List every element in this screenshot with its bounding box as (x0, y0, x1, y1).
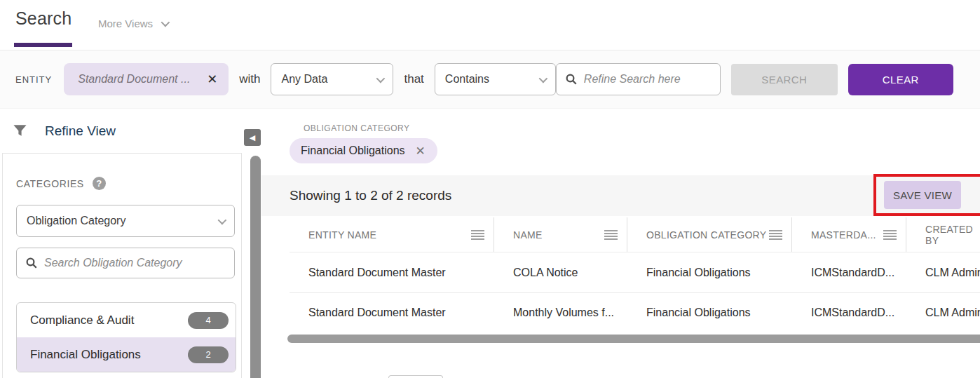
entity-filter-chip[interactable]: Standard Document ... ✕ (64, 63, 229, 95)
search-button[interactable]: SEARCH (731, 64, 838, 95)
table-horizontal-scrollbar[interactable] (287, 335, 980, 343)
results-table: ENTITY NAME NAME OBLIGATION CATEGORY MAS… (290, 217, 980, 332)
categories-label: CATEGORIES (16, 178, 84, 189)
category-count-badge: 4 (188, 312, 229, 329)
contains-value: Contains (445, 73, 489, 86)
column-header-entity-name: ENTITY NAME (290, 217, 494, 252)
chevron-left-icon: ◀ (250, 133, 255, 142)
annotation-highlight-box: SAVE VIEW (873, 174, 980, 216)
entity-chip-value: Standard Document ... (78, 73, 190, 86)
column-menu-icon[interactable] (604, 230, 618, 240)
category-type-value: Obligation Category (27, 215, 125, 227)
remove-entity-icon[interactable]: ✕ (207, 72, 217, 87)
category-count-badge: 2 (188, 346, 229, 363)
category-item-label: Financial Obligations (30, 348, 141, 362)
cell-entity-name: Standard Document Master (290, 266, 494, 279)
query-builder-bar: ENTITY Standard Document ... ✕ with Any … (0, 50, 980, 109)
with-label: with (239, 72, 260, 86)
category-list: Compliance & Audit 4 Financial Obligatio… (16, 302, 236, 372)
column-menu-icon[interactable] (769, 230, 782, 240)
chevron-down-icon (161, 18, 170, 27)
results-area: OBLIGATION CATEGORY Financial Obligation… (261, 109, 980, 378)
page-title: Search (15, 8, 72, 29)
cell-masterdata: ICMStandardD... (792, 266, 906, 279)
table-row[interactable]: Standard Document Master COLA Notice Fin… (290, 252, 980, 292)
column-header-label: CREATED BY (925, 224, 973, 246)
filter-icon (12, 123, 28, 139)
records-summary: Showing 1 to 2 of 2 records (290, 188, 451, 203)
contains-select[interactable]: Contains (435, 63, 556, 95)
cell-created-by: CLM Admin (906, 266, 980, 279)
category-search-field (16, 248, 235, 278)
cell-obligation-category: Financial Obligations (627, 266, 792, 279)
column-header-label: OBLIGATION CATEGORY (646, 229, 766, 241)
more-views-label: More Views (98, 18, 153, 29)
chevron-down-icon (218, 215, 227, 224)
column-header-label: ENTITY NAME (308, 229, 376, 241)
category-type-select[interactable]: Obligation Category (16, 205, 235, 237)
search-page: Search More Views ENTITY Standard Docume… (0, 0, 980, 378)
column-header-label: MASTERDA... (811, 229, 876, 241)
results-toolbar: Showing 1 to 2 of 2 records SAVE VIEW (261, 175, 980, 216)
cell-name: COLA Notice (494, 266, 627, 279)
column-header-label: NAME (513, 229, 543, 241)
column-header-obligation-category: OBLIGATION CATEGORY (627, 217, 792, 252)
cell-masterdata: ICMStandardD... (792, 306, 906, 319)
refine-view-sidebar: Refine View ◀ CATEGORIES ? Obligation Ca… (0, 109, 261, 378)
column-header-masterdata: MASTERDA... (792, 217, 906, 252)
any-data-select[interactable]: Any Data (271, 63, 393, 95)
refine-view-title: Refine View (45, 123, 116, 139)
search-icon (25, 257, 38, 269)
column-header-created-by: CREATED BY (906, 217, 980, 252)
more-views-dropdown[interactable]: More Views (98, 18, 168, 29)
page-header: Search More Views (0, 0, 980, 50)
cell-name: Monthly Volumes f... (494, 306, 627, 319)
that-label: that (404, 72, 423, 86)
clear-button[interactable]: CLEAR (848, 64, 953, 95)
active-tab-underline (14, 43, 72, 47)
collapse-sidebar-button[interactable]: ◀ (244, 129, 261, 146)
applied-filters-area: OBLIGATION CATEGORY Financial Obligation… (261, 109, 980, 175)
applied-filter-chip[interactable]: Financial Obligations ✕ (290, 138, 437, 163)
save-view-button[interactable]: SAVE VIEW (884, 181, 961, 209)
column-menu-icon[interactable] (471, 230, 484, 240)
category-item-financial-obligations[interactable]: Financial Obligations 2 (17, 337, 236, 372)
any-data-value: Any Data (281, 73, 327, 86)
chevron-down-icon (538, 74, 547, 83)
categories-panel: CATEGORIES ? Obligation Category Complia… (2, 153, 242, 378)
remove-filter-icon[interactable]: ✕ (416, 144, 426, 158)
search-icon (565, 73, 578, 86)
cell-created-by: CLM Admin (906, 306, 980, 319)
refine-search-field (556, 63, 721, 95)
refine-search-input[interactable] (584, 73, 713, 86)
applied-filter-value: Financial Obligations (301, 144, 405, 157)
category-item-compliance-audit[interactable]: Compliance & Audit 4 (17, 303, 236, 337)
sidebar-header: Refine View ◀ (0, 109, 261, 153)
column-menu-icon[interactable] (883, 230, 897, 240)
cell-entity-name: Standard Document Master (290, 306, 494, 319)
help-icon[interactable]: ? (93, 177, 106, 190)
content-body: Refine View ◀ CATEGORIES ? Obligation Ca… (0, 109, 980, 378)
category-item-label: Compliance & Audit (30, 313, 134, 328)
page-size-select-peek (388, 375, 443, 378)
table-row[interactable]: Standard Document Master Monthly Volumes… (290, 292, 980, 332)
sidebar-vertical-scrollbar[interactable] (250, 156, 261, 378)
column-header-name: NAME (494, 217, 627, 252)
applied-filter-label: OBLIGATION CATEGORY (304, 123, 980, 133)
chevron-down-icon (376, 74, 386, 83)
category-search-input[interactable] (44, 257, 227, 269)
entity-label: ENTITY (15, 74, 52, 85)
table-header-row: ENTITY NAME NAME OBLIGATION CATEGORY MAS… (290, 217, 980, 252)
cell-obligation-category: Financial Obligations (627, 306, 792, 319)
